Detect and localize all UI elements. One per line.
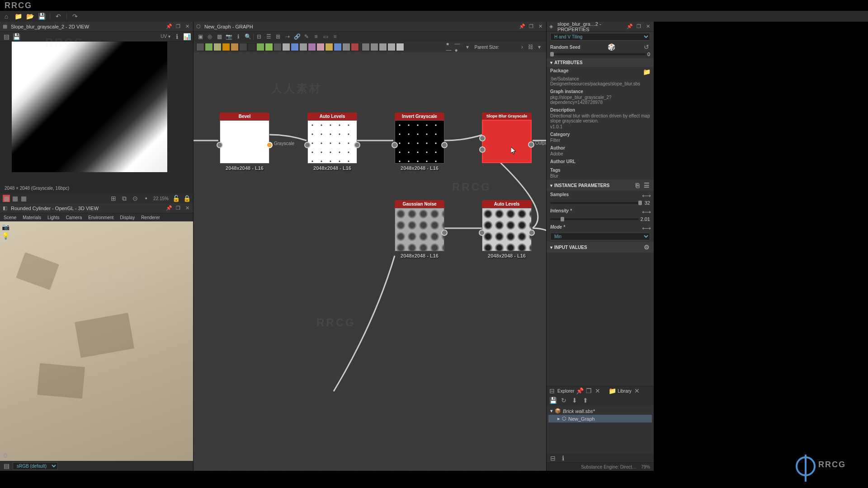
input-values-header[interactable]: ▾ INPUT VALUES ⚙: [547, 242, 654, 253]
menu-materials[interactable]: Materials: [23, 215, 41, 220]
output-port[interactable]: [354, 142, 360, 148]
swatch-light[interactable]: [282, 43, 290, 51]
tile-icon[interactable]: ▦: [20, 195, 27, 202]
swatch-blue[interactable]: [291, 43, 299, 51]
swatch-g3[interactable]: [379, 43, 387, 51]
home-icon[interactable]: ⌂: [3, 13, 10, 20]
swatch-g5[interactable]: [396, 43, 404, 51]
swatch-orange[interactable]: [222, 43, 230, 51]
menu-scene[interactable]: Scene: [4, 215, 16, 220]
input-port[interactable]: [217, 142, 223, 148]
search-icon[interactable]: 🔍: [244, 33, 252, 41]
swatch-purple[interactable]: [308, 43, 316, 51]
swatch-green2[interactable]: [256, 43, 264, 51]
swatch-g2[interactable]: [370, 43, 378, 51]
histogram-icon[interactable]: 📊: [183, 33, 190, 40]
export-icon[interactable]: ⬆: [582, 397, 589, 404]
swatch-olive[interactable]: [213, 43, 222, 51]
intensity-slider[interactable]: [550, 218, 639, 220]
flow-icon[interactable]: ⇢: [283, 33, 292, 41]
swatch-red[interactable]: [351, 43, 359, 51]
dropdown-icon[interactable]: ▾: [463, 43, 472, 51]
dice-icon[interactable]: 🎲: [608, 43, 615, 51]
align-icon[interactable]: ≡: [312, 33, 320, 41]
swatch-tan[interactable]: [231, 43, 239, 51]
refresh-icon[interactable]: ↻: [560, 397, 567, 404]
slider-icon[interactable]: ⟷: [643, 192, 650, 199]
save-icon[interactable]: 💾: [38, 13, 45, 20]
center-icon[interactable]: ⊙: [132, 195, 139, 202]
camera-icon[interactable]: 📷: [2, 223, 9, 230]
swatch-darker[interactable]: [248, 43, 256, 51]
snap-icon[interactable]: ⧉: [121, 195, 128, 202]
hierarchy-icon[interactable]: ⊟: [255, 33, 263, 41]
tree-file[interactable]: ▾ 📦 Brick wall.sbs*: [548, 407, 652, 415]
restore-icon[interactable]: ❐: [175, 23, 181, 30]
folder-icon[interactable]: 📁: [643, 68, 650, 75]
output-port[interactable]: [266, 142, 273, 148]
select-icon[interactable]: ▣: [196, 33, 204, 41]
output-port[interactable]: [441, 142, 448, 148]
swatch-gray3[interactable]: [342, 43, 350, 51]
close-icon[interactable]: ✕: [537, 23, 543, 30]
output-icon[interactable]: —●: [455, 43, 463, 51]
expand-icon[interactable]: ›: [518, 43, 526, 51]
redo-icon[interactable]: ↷: [71, 13, 79, 20]
gear-icon[interactable]: ⚙: [643, 244, 650, 251]
folder-icon[interactable]: 📁: [609, 387, 616, 394]
close-icon[interactable]: ✕: [645, 23, 651, 30]
close-icon[interactable]: ✕: [184, 23, 190, 30]
image-icon[interactable]: ▦: [215, 33, 223, 41]
menu-renderer[interactable]: Renderer: [141, 215, 160, 220]
undo-icon[interactable]: ↶: [55, 13, 62, 20]
graph-canvas[interactable]: Bevel Grayscale 2048x2048 - L16 Auto Lev…: [193, 52, 546, 471]
swatch-mid[interactable]: [299, 43, 307, 51]
restore-icon[interactable]: ❐: [175, 205, 181, 211]
lock-icon[interactable]: 🔒: [183, 195, 190, 202]
layers-icon[interactable]: ▤: [3, 33, 10, 40]
pin-icon[interactable]: 📌: [576, 387, 583, 394]
tiling-select[interactable]: H and V Tiling: [550, 33, 650, 41]
swatch-g1[interactable]: [362, 43, 370, 51]
menu-icon[interactable]: ☰: [643, 182, 650, 189]
reset-icon[interactable]: ↺: [643, 43, 650, 51]
node-bevel[interactable]: Bevel Grayscale 2048x2048 - L16: [220, 113, 269, 171]
import-icon[interactable]: ⬇: [571, 397, 578, 404]
link-icon[interactable]: 🔗: [293, 33, 301, 41]
input-port-slope[interactable]: [479, 146, 486, 153]
node-gaussian[interactable]: Gaussian Noise 2048x2048 - L16: [395, 200, 444, 258]
swatch-g4[interactable]: [387, 43, 396, 51]
camera-icon[interactable]: 📷: [225, 33, 233, 41]
restore-icon[interactable]: ❐: [528, 23, 534, 30]
restore-icon[interactable]: ❐: [585, 387, 592, 394]
save-icon[interactable]: 💾: [549, 397, 557, 404]
instance-params-header[interactable]: ▾ INSTANCE PARAMETERS ⎘ ☰: [547, 180, 654, 191]
grid-icon[interactable]: ⊞: [274, 33, 282, 41]
swatch-gray[interactable]: [196, 43, 204, 51]
view2d-tab-header[interactable]: ▦ Slope_blur_grayscale_2 - 2D VIEW 📌 ❐ ✕: [0, 22, 193, 32]
swatch-gray2[interactable]: [274, 43, 282, 51]
info-icon[interactable]: ℹ: [234, 33, 242, 41]
graph-tab-header[interactable]: ⬡ New_Graph - GRAPH 📌 ❐ ✕: [193, 22, 546, 32]
pin-icon[interactable]: 📌: [519, 23, 525, 30]
swatch-green[interactable]: [205, 43, 213, 51]
chain-icon[interactable]: ⛓: [527, 43, 535, 51]
menu-lights[interactable]: Lights: [47, 215, 60, 220]
info-icon[interactable]: ℹ: [559, 455, 566, 462]
input-port[interactable]: [392, 142, 398, 148]
swatch-dark[interactable]: [239, 43, 247, 51]
list-icon[interactable]: ☰: [264, 33, 273, 41]
copy-icon[interactable]: ⎘: [634, 182, 641, 189]
settings-icon[interactable]: ⚙: [2, 452, 9, 459]
target-icon[interactable]: ◎: [206, 33, 214, 41]
info-icon[interactable]: ℹ: [173, 33, 180, 40]
wand-icon[interactable]: ✎: [302, 33, 311, 41]
pin-icon[interactable]: 📌: [627, 23, 633, 30]
pin-icon[interactable]: 📌: [166, 23, 172, 30]
node-autolevels2[interactable]: Auto Levels 2048x2048 - L16: [482, 200, 532, 258]
channels-icon[interactable]: ▦: [3, 195, 10, 202]
view3d-tab-header[interactable]: ◧ Rounded Cylinder - OpenGL - 3D VIEW 📌 …: [0, 203, 193, 213]
folder-open-icon[interactable]: 📂: [26, 13, 33, 20]
close-icon[interactable]: ✕: [594, 387, 601, 394]
node-slopeblur[interactable]: Slope Blur Grayscale Output: [482, 113, 532, 163]
